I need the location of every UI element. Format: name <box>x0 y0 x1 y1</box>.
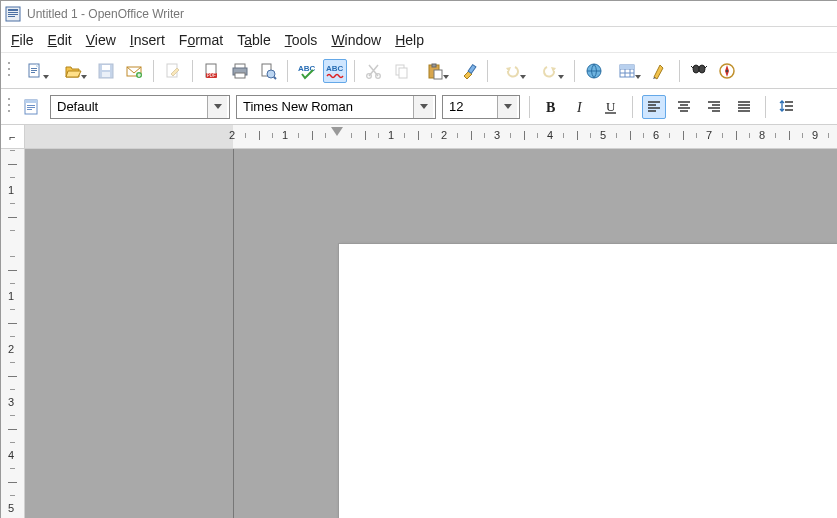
undo-button[interactable] <box>495 59 529 83</box>
svg-text:I: I <box>576 100 583 115</box>
new-button[interactable] <box>18 59 52 83</box>
separator <box>574 60 575 82</box>
svg-point-41 <box>693 65 699 73</box>
svg-text:ABC: ABC <box>298 64 316 73</box>
vertical-ruler[interactable]: 12345612 <box>1 149 25 518</box>
underline-button[interactable]: U <box>599 95 623 119</box>
separator <box>529 96 530 118</box>
find-button[interactable] <box>687 59 711 83</box>
font-name-combo[interactable] <box>236 95 436 119</box>
open-button[interactable] <box>56 59 90 83</box>
svg-rect-20 <box>235 73 245 78</box>
svg-rect-1 <box>8 9 18 11</box>
paragraph-style-combo[interactable] <box>50 95 230 119</box>
align-left-button[interactable] <box>642 95 666 119</box>
copy-button[interactable] <box>390 59 414 83</box>
svg-rect-8 <box>31 72 35 73</box>
spellcheck-button[interactable]: ABC <box>295 59 319 83</box>
ruler-row: ⌐ 1234567891012 <box>1 125 837 149</box>
separator <box>192 60 193 82</box>
separator <box>632 96 633 118</box>
line-spacing-button[interactable] <box>775 95 799 119</box>
svg-rect-49 <box>27 107 35 108</box>
dropdown-button[interactable] <box>497 96 517 118</box>
menu-format[interactable]: Format <box>179 32 223 48</box>
print-button[interactable] <box>228 59 252 83</box>
print-preview-button[interactable] <box>256 59 280 83</box>
font-name-input[interactable] <box>237 96 413 118</box>
document-canvas[interactable] <box>25 149 837 518</box>
titlebar: Untitled 1 - OpenOffice Writer <box>1 1 837 27</box>
horizontal-ruler[interactable]: 1234567891012 <box>25 125 837 148</box>
app-icon <box>5 6 21 22</box>
menu-file[interactable]: File <box>11 32 34 48</box>
menubar: File Edit View Insert Format Table Tools… <box>1 27 837 53</box>
menu-table[interactable]: Table <box>237 32 270 48</box>
svg-rect-7 <box>31 70 37 71</box>
menu-insert[interactable]: Insert <box>130 32 165 48</box>
align-justify-button[interactable] <box>732 95 756 119</box>
svg-point-42 <box>699 65 705 73</box>
ruler-corner: ⌐ <box>1 125 25 148</box>
svg-rect-48 <box>27 105 35 106</box>
toolbar-grip[interactable] <box>7 95 12 119</box>
svg-text:PDF: PDF <box>207 73 216 78</box>
dropdown-button[interactable] <box>207 96 227 118</box>
font-size-combo[interactable] <box>442 95 520 119</box>
svg-text:B: B <box>546 100 555 115</box>
standard-toolbar: PDF ABC ABC <box>1 53 837 89</box>
indent-marker-icon[interactable] <box>331 127 343 136</box>
work-area: 12345612 <box>1 149 837 518</box>
separator <box>679 60 680 82</box>
window-title: Untitled 1 - OpenOffice Writer <box>27 7 184 21</box>
show-draw-functions-button[interactable] <box>648 59 672 83</box>
svg-rect-4 <box>8 16 15 17</box>
svg-rect-47 <box>25 100 37 103</box>
align-center-button[interactable] <box>672 95 696 119</box>
svg-rect-33 <box>468 64 476 73</box>
menu-view[interactable]: View <box>86 32 116 48</box>
margin-guide <box>233 149 234 518</box>
separator <box>354 60 355 82</box>
cut-button[interactable] <box>362 59 386 83</box>
bold-button[interactable]: B <box>539 95 563 119</box>
paragraph-style-input[interactable] <box>51 96 207 118</box>
dropdown-button[interactable] <box>413 96 433 118</box>
paste-button[interactable] <box>418 59 452 83</box>
svg-rect-11 <box>102 72 110 77</box>
menu-tools[interactable]: Tools <box>285 32 318 48</box>
mail-button[interactable] <box>122 59 146 83</box>
hyperlink-button[interactable] <box>582 59 606 83</box>
svg-point-45 <box>726 69 728 71</box>
menu-help[interactable]: Help <box>395 32 424 48</box>
menu-edit[interactable]: Edit <box>48 32 72 48</box>
align-right-button[interactable] <box>702 95 726 119</box>
separator <box>287 60 288 82</box>
auto-spellcheck-button[interactable]: ABC <box>323 59 347 83</box>
edit-file-button[interactable] <box>161 59 185 83</box>
separator <box>153 60 154 82</box>
styles-window-button[interactable] <box>20 95 44 119</box>
toolbar-grip[interactable] <box>7 59 12 83</box>
svg-point-22 <box>267 70 275 78</box>
svg-rect-31 <box>432 64 436 67</box>
document-page[interactable] <box>338 243 837 518</box>
separator <box>765 96 766 118</box>
svg-rect-50 <box>27 109 32 110</box>
table-button[interactable] <box>610 59 644 83</box>
navigator-button[interactable] <box>715 59 739 83</box>
svg-rect-2 <box>8 12 18 13</box>
svg-rect-40 <box>620 65 634 69</box>
svg-rect-6 <box>31 68 37 69</box>
italic-button[interactable]: I <box>569 95 593 119</box>
svg-line-23 <box>274 77 276 79</box>
export-pdf-button[interactable]: PDF <box>200 59 224 83</box>
svg-rect-32 <box>434 70 442 79</box>
svg-text:ABC: ABC <box>326 64 344 73</box>
save-button[interactable] <box>94 59 118 83</box>
redo-button[interactable] <box>533 59 567 83</box>
menu-window[interactable]: Window <box>331 32 381 48</box>
font-size-input[interactable] <box>443 96 497 118</box>
separator <box>487 60 488 82</box>
format-paintbrush-button[interactable] <box>456 59 480 83</box>
